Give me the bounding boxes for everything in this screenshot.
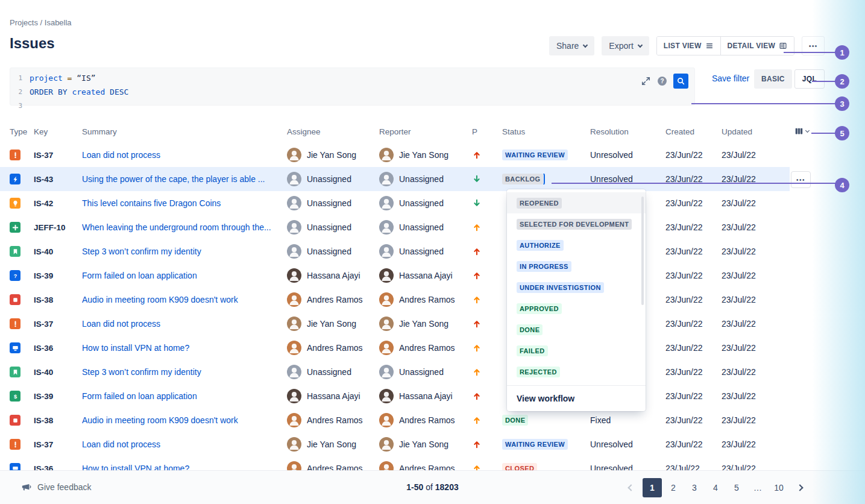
- status-option[interactable]: REOPENED: [507, 192, 646, 213]
- column-header-reporter[interactable]: Reporter: [379, 127, 472, 136]
- column-header-key[interactable]: Key: [34, 127, 82, 136]
- view-switcher: LIST VIEW DETAIL VIEW: [656, 36, 794, 55]
- table-row[interactable]: IS-43 Using the power of the cape, the p…: [0, 167, 790, 191]
- row-more-actions-button[interactable]: •••: [791, 171, 811, 188]
- issue-summary-link[interactable]: Loan did not process: [82, 150, 278, 160]
- issue-summary-link[interactable]: How to install VPN at home?: [82, 343, 278, 353]
- assignee-name: Unassigned: [307, 367, 351, 377]
- column-header-assignee[interactable]: Assignee: [287, 127, 379, 136]
- issue-summary-link[interactable]: When leaving the underground room throug…: [82, 222, 278, 232]
- table-row[interactable]: IS-42 This level contains five Dragon Co…: [0, 191, 790, 215]
- issue-summary-link[interactable]: Step 3 won’t confirm my identity: [82, 247, 278, 256]
- view-workflow-button[interactable]: View workflow: [507, 385, 646, 411]
- priority-down-icon: [472, 174, 482, 184]
- reporter-name: Unassigned: [399, 198, 444, 208]
- table-row[interactable]: IS-40 Step 3 won’t confirm my identity U…: [0, 239, 790, 263]
- jql-line: 3: [10, 99, 694, 113]
- status-option[interactable]: FAILED: [507, 340, 646, 361]
- status-badge[interactable]: WAITING REVIEW: [502, 150, 568, 160]
- column-header-summary[interactable]: Summary: [82, 127, 287, 136]
- table-row[interactable]: IS-36 How to install VPN at home? Andres…: [0, 336, 790, 360]
- table-row[interactable]: IS-38 Audio in meeting room K909 doesn't…: [0, 288, 790, 312]
- expand-editor-icon[interactable]: [641, 76, 651, 86]
- table-row[interactable]: $ IS-39 Form failed on loan application …: [0, 384, 790, 408]
- page-button-2[interactable]: 2: [664, 478, 683, 497]
- page-button-10[interactable]: 10: [769, 478, 788, 497]
- column-header-priority[interactable]: P: [472, 127, 502, 136]
- status-option[interactable]: REJECTED: [507, 361, 646, 382]
- breadcrumb[interactable]: Projects / Isabella: [10, 18, 72, 27]
- status-badge[interactable]: DONE: [502, 415, 528, 426]
- run-search-button[interactable]: [673, 74, 688, 89]
- assignee-name: Jie Yan Song: [307, 439, 356, 449]
- reporter-avatar: [379, 196, 394, 210]
- save-filter-link[interactable]: Save filter: [712, 74, 749, 83]
- detail-view-button[interactable]: DETAIL VIEW: [720, 37, 794, 55]
- reporter-avatar: [379, 389, 394, 403]
- issue-summary-link[interactable]: Form failed on loan application: [82, 271, 278, 280]
- issue-summary-link[interactable]: Loan did not process: [82, 319, 278, 329]
- column-header-type[interactable]: Type: [0, 127, 34, 136]
- issue-summary-link[interactable]: Form failed on loan application: [82, 391, 278, 401]
- jql-mode-button[interactable]: JQL: [794, 69, 825, 89]
- share-button[interactable]: Share: [549, 36, 594, 55]
- resolution-value: Fixed: [590, 415, 665, 425]
- status-badge[interactable]: BACKLOG: [502, 174, 543, 184]
- status-option[interactable]: DONE: [507, 319, 646, 340]
- assignee-avatar: [287, 148, 301, 162]
- export-button[interactable]: Export: [602, 36, 649, 55]
- updated-date: 23/Jul/22: [722, 198, 780, 208]
- page-button-3[interactable]: 3: [685, 478, 704, 497]
- table-row[interactable]: IS-37 Loan did not process Jie Yan Song …: [0, 143, 790, 167]
- status-option[interactable]: SELECTED FOR DEVELOPMENT: [507, 213, 646, 235]
- issue-summary-link[interactable]: Audio in meeting room K909 doesn't work: [82, 295, 278, 304]
- help-icon[interactable]: ?: [657, 76, 667, 86]
- configure-columns-button[interactable]: [794, 127, 809, 136]
- page-button-5[interactable]: 5: [727, 478, 746, 497]
- range-total: 18203: [435, 482, 459, 492]
- column-header-resolution[interactable]: Resolution: [590, 127, 665, 136]
- issue-summary-link[interactable]: Using the power of the cape, the player …: [82, 174, 278, 184]
- jql-line: 1project = “IS”: [10, 71, 694, 85]
- column-header-status[interactable]: Status: [502, 127, 590, 136]
- issue-summary-link[interactable]: This level contains five Dragon Coins: [82, 198, 278, 208]
- idea-type-icon: [10, 198, 20, 209]
- created-date: 23/Jun/22: [665, 319, 722, 329]
- annotation-line-4: [552, 183, 835, 184]
- status-option[interactable]: APPROVED: [507, 298, 646, 319]
- prev-page-button[interactable]: [621, 478, 641, 497]
- created-date: 23/Jun/22: [665, 367, 722, 377]
- issue-summary-link[interactable]: Loan did not process: [82, 439, 278, 449]
- page-button-1[interactable]: 1: [643, 478, 662, 497]
- assignee-avatar: [287, 196, 301, 210]
- annotation-marker-1: 1: [835, 45, 849, 60]
- created-date: 23/Jun/22: [665, 271, 722, 280]
- issue-summary-link[interactable]: Step 3 won’t confirm my identity: [82, 367, 278, 377]
- page-button-4[interactable]: 4: [706, 478, 725, 497]
- list-view-button[interactable]: LIST VIEW: [657, 37, 720, 55]
- column-header-updated[interactable]: Updated: [722, 127, 780, 136]
- status-option[interactable]: AUTHORIZE: [507, 235, 646, 256]
- updated-date: 23/Jul/22: [722, 247, 780, 256]
- table-row[interactable]: IS-38 Audio in meeting room K909 doesn't…: [0, 408, 790, 432]
- status-option[interactable]: IN PROGRESS: [507, 256, 646, 277]
- table-row[interactable]: ? IS-39 Form failed on loan application …: [0, 263, 790, 288]
- updated-date: 23/Jul/22: [722, 319, 780, 329]
- assignee-avatar: [287, 292, 301, 307]
- next-page-button[interactable]: [790, 478, 810, 497]
- give-feedback-button[interactable]: Give feedback: [20, 481, 92, 493]
- status-option[interactable]: UNDER INVESTIGSTION: [507, 277, 646, 298]
- table-row[interactable]: IS-40 Step 3 won’t confirm my identity U…: [0, 360, 790, 384]
- issue-summary-link[interactable]: Audio in meeting room K909 doesn't work: [82, 415, 278, 425]
- column-header-created[interactable]: Created: [665, 127, 722, 136]
- story-type-icon: [10, 367, 20, 377]
- jql-editor[interactable]: 1project = “IS”2ORDER BY created DESC3 ?: [10, 68, 695, 106]
- created-date: 23/Jun/22: [665, 391, 722, 401]
- table-row[interactable]: JEFF-10 When leaving the underground roo…: [0, 215, 790, 239]
- status-badge[interactable]: WAITING REVIEW: [502, 439, 568, 450]
- dropdown-scrollbar[interactable]: [641, 197, 644, 305]
- basic-mode-button[interactable]: BASIC: [754, 69, 792, 89]
- table-row[interactable]: IS-37 Loan did not process Jie Yan Song …: [0, 432, 790, 456]
- table-row[interactable]: IS-37 Loan did not process Jie Yan Song …: [0, 312, 790, 336]
- status-option-badge: DONE: [517, 324, 543, 335]
